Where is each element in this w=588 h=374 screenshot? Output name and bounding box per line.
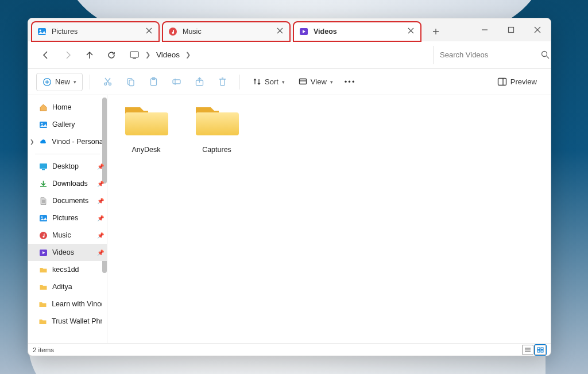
breadcrumb-current[interactable]: Videos: [156, 50, 180, 59]
sidebar-item-gallery[interactable]: Gallery: [28, 116, 107, 133]
videos-icon: [38, 248, 48, 257]
tab-pictures[interactable]: Pictures: [32, 22, 159, 41]
folder-icon: [38, 299, 47, 309]
preview-label: Preview: [510, 77, 537, 86]
sidebar-item-label: Learn with Vinod: [52, 300, 102, 308]
svg-point-9: [109, 83, 111, 85]
paste-button[interactable]: [143, 73, 164, 91]
chevron-down-icon: ▾: [282, 79, 285, 85]
sidebar-item-label: Desktop: [52, 162, 79, 170]
folder-icon: [38, 265, 48, 274]
refresh-button[interactable]: [102, 45, 121, 65]
delete-button[interactable]: [212, 73, 233, 91]
sidebar-item-documents[interactable]: Documents 📌: [28, 192, 107, 209]
sort-button[interactable]: Sort ▾: [247, 73, 291, 91]
sidebar-item-label: Downloads: [52, 180, 88, 188]
new-tab-button[interactable]: [424, 22, 447, 41]
content-area[interactable]: AnyDesk Captures: [107, 95, 551, 343]
sidebar-item-music[interactable]: Music 📌: [28, 227, 107, 244]
tab-videos[interactable]: Videos: [293, 22, 421, 41]
minimize-button[interactable]: [471, 18, 498, 41]
more-button[interactable]: •••: [341, 73, 359, 91]
cut-button[interactable]: [97, 73, 118, 91]
sidebar-item-label: Videos: [52, 248, 74, 256]
sidebar-item-folder[interactable]: Learn with Vinod: [28, 295, 107, 313]
svg-point-19: [41, 123, 42, 124]
up-button[interactable]: [80, 45, 99, 65]
desktop-icon: [38, 162, 48, 171]
add-icon: [42, 77, 52, 87]
onedrive-icon: [38, 137, 47, 146]
sidebar-item-folder[interactable]: Trust Wallet Phra: [28, 313, 107, 330]
chevron-down-icon: ▾: [74, 79, 76, 85]
svg-rect-16: [299, 79, 306, 84]
view-label: View: [311, 77, 327, 86]
close-icon[interactable]: [408, 28, 416, 36]
sidebar-item-pictures[interactable]: Pictures 📌: [28, 209, 107, 227]
document-icon: [38, 196, 48, 205]
details-view-button[interactable]: [522, 345, 533, 355]
folder-name: AnyDesk: [119, 146, 173, 154]
ellipsis-icon: •••: [345, 77, 356, 86]
sidebar-item-label: Vinod - Personal: [52, 138, 102, 146]
svg-rect-11: [129, 80, 134, 86]
sidebar-item-label: Music: [52, 231, 71, 239]
folder-icon: [192, 103, 241, 139]
search-box[interactable]: [434, 46, 543, 64]
pin-icon: 📌: [97, 215, 104, 221]
folder-name: Captures: [189, 146, 244, 154]
copy-button[interactable]: [120, 73, 141, 91]
svg-rect-20: [40, 163, 47, 169]
maximize-button[interactable]: [498, 18, 524, 41]
chevron-down-icon: ▾: [330, 79, 333, 85]
svg-point-23: [41, 216, 42, 217]
svg-rect-0: [38, 28, 46, 35]
sidebar-item-folder[interactable]: kecs1dd: [28, 261, 107, 278]
sidebar-item-onedrive[interactable]: ❯ Vinod - Personal: [28, 133, 107, 150]
chevron-right-icon: ❯: [145, 51, 150, 59]
videos-icon: [299, 26, 309, 37]
folder-item[interactable]: Captures: [189, 103, 244, 154]
search-icon: [541, 50, 550, 59]
rename-button[interactable]: [166, 73, 187, 91]
search-input[interactable]: [440, 50, 536, 59]
close-window-button[interactable]: [524, 18, 551, 41]
sidebar-item-downloads[interactable]: Downloads 📌: [28, 175, 107, 192]
this-pc-icon: [129, 50, 140, 60]
svg-point-8: [104, 83, 106, 85]
sidebar-item-videos[interactable]: Videos 📌: [28, 244, 107, 261]
folder-item[interactable]: AnyDesk: [119, 103, 173, 154]
item-count: 2 items: [33, 346, 54, 353]
view-button[interactable]: View ▾: [293, 73, 339, 91]
sidebar-item-label: Pictures: [52, 214, 78, 222]
svg-point-6: [542, 52, 547, 57]
preview-pane-icon: [497, 77, 507, 86]
download-icon: [38, 179, 48, 188]
icons-view-button[interactable]: [535, 345, 546, 355]
sidebar-item-label: Gallery: [52, 120, 75, 128]
tab-music[interactable]: Music: [163, 22, 290, 41]
share-button[interactable]: [189, 73, 210, 91]
folder-icon: [38, 317, 47, 326]
sidebar-item-label: Aditya: [52, 283, 72, 291]
sidebar-item-desktop[interactable]: Desktop 📌: [28, 158, 107, 175]
sidebar-item-label: Trust Wallet Phra: [52, 317, 102, 325]
sidebar-item-folder[interactable]: Aditya: [28, 278, 107, 295]
command-bar: New ▾ Sort ▾ View ▾ ••• Preview: [28, 69, 551, 95]
svg-rect-5: [130, 52, 138, 57]
breadcrumb[interactable]: ❯ Videos ❯: [129, 50, 431, 60]
pin-icon: 📌: [97, 250, 104, 256]
chevron-right-icon[interactable]: ❯: [30, 139, 34, 145]
close-icon[interactable]: [277, 28, 285, 36]
pictures-icon: [37, 26, 47, 37]
svg-rect-22: [40, 215, 47, 221]
forward-button[interactable]: [58, 45, 78, 65]
close-icon[interactable]: [146, 28, 154, 36]
chevron-right-icon: ❯: [185, 51, 191, 59]
pin-icon: 📌: [97, 181, 104, 187]
tab-label: Music: [183, 28, 277, 36]
sidebar-item-home[interactable]: Home: [28, 99, 107, 116]
preview-button[interactable]: Preview: [492, 73, 543, 91]
new-button[interactable]: New ▾: [36, 73, 83, 91]
back-button[interactable]: [36, 45, 56, 65]
